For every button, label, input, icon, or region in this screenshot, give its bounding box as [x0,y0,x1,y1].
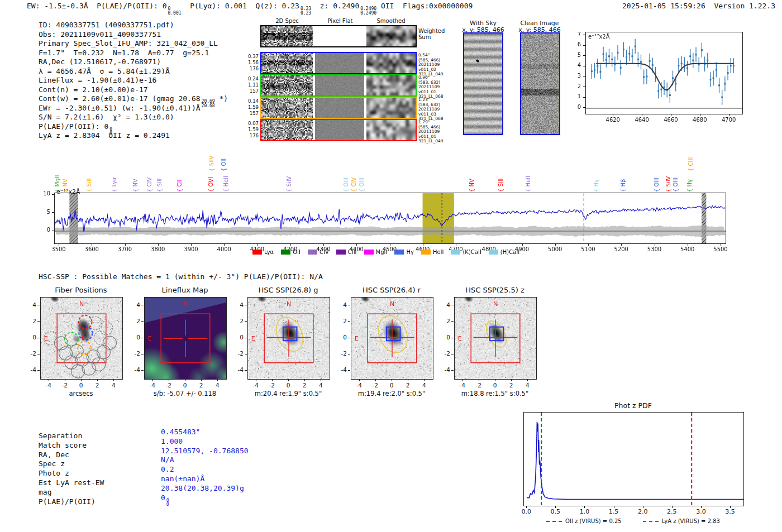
emission-line-label-SiII: { SiII [86,178,93,192]
cutout-x-tick-label: 0 [74,382,88,389]
x-tick [555,243,556,246]
cutout-y-tick-label: 0 [439,334,450,341]
cutout-y-tick [348,305,350,305]
x-tick-label: 4700 [718,117,740,123]
header-summary-line: EW: -1.5±-0.3Å P(LAE)/P(OII): 000.001 P(… [27,2,473,15]
info-line: Cont(w) = 2.60(±0.01)e-17 (gmag 20.6820.… [39,94,228,104]
cutout-y-tick [451,370,454,371]
x-tick [729,114,729,116]
cutout-y-tick [451,338,454,338]
cutout-y-tick-label: -4 [129,366,140,373]
x-tick-label: 0.0 [517,508,535,515]
emission-line-label-Lyα: { Lyα [111,177,118,192]
spec2d-image [261,98,313,118]
spec2d-row-left-labels: 0.071.59176 [236,121,259,139]
cutout-y-tick [37,354,40,354]
y-tick [583,35,585,35]
legend-swatch [394,250,404,255]
info-line: LyA z = 2.8304 OII z = 0.2491 [39,131,228,141]
x-tick [191,243,192,246]
x-tick [356,243,357,246]
text-segment: λ = 4656.47Å σ = 5.84(±1.29)Å [39,67,170,75]
x-tick [290,243,291,246]
cutout-y-tick [245,370,247,371]
spec2d-col-header-3: Smoothed [376,18,405,24]
cutout-image-lineflux [144,297,227,380]
info-line: F=1.7" T=0.232 N=1.78 A=0.77 g=25.1 [39,49,228,58]
cutout-y-tick [245,354,247,354]
legend-swatch [252,250,262,255]
cutout-y-tick [141,321,144,322]
text-segment: F=1.7" T=0.232 N=1.78 A=0.77 g=25.1 [39,49,209,57]
spec2d-row [260,25,417,47]
smoothed-image [366,53,416,73]
match-label: mag [39,488,51,496]
smoothed-image [366,98,416,118]
cutout-x-tick-label: -2 [265,382,279,389]
info-line: Primary Spec_Slot_IFU_AMP: 321_042_030_L… [39,39,228,49]
hsc-match-header: HSC-SSP : Possible Matches = 1 (within +… [39,272,323,281]
emission-line-label-OIII: { OIII [673,178,679,192]
photz-legend-item: OII z (VIRUS) = 0.25 [546,518,622,524]
x-tick [489,243,489,246]
fiber-id-label: Weighted [418,28,452,34]
x-tick [522,243,523,246]
cutout-y-tick [141,305,144,305]
spec2d-row-left-labels: 0.241.11157 [236,76,259,94]
full-spectrum-plot [54,193,726,244]
x-tick-label: 0.5 [546,508,564,515]
emission-line-label-CIV: { CIV [351,178,357,192]
smoothed-image [366,26,416,46]
x-tick [224,243,225,246]
text-segment: EWr = -2.30(±0.51) (w: -1.90(±0.41))Å [39,104,201,112]
cutout-y-tick [451,354,454,354]
y-tick [583,45,585,46]
cutout-y-tick-label: 0 [25,334,36,341]
cutout-y-tick-label: 2 [336,318,347,324]
cutout-x-tick-label: 2 [504,382,518,389]
legend-item: HeII [421,249,444,255]
cutout-xlabel-hsc_r: m:19.4 re:2.0" s:0.5" [358,390,425,397]
header-meta: 2025-01-05 15:59:26 Version 1.22.3 [622,2,775,10]
cutout-y-tick-label: -4 [232,366,244,373]
cutout-image-hsc_r [351,297,433,380]
elixer-report-page: EW: -1.5±-0.3Å P(LAE)/P(OII): 000.001 P(… [0,0,782,532]
cutout-y-tick-label: 0 [232,334,244,341]
x-tick [258,243,258,246]
cutout-y-tick [348,321,350,322]
photz-legend-dash [546,521,562,522]
detection-info-block: ID: 4090337751 (4090337751.pdf)Obs: 2021… [39,21,228,141]
x-tick [621,243,622,246]
x-tick-label: 3800 [146,246,170,252]
cutout-y-tick-label: 0 [129,334,140,341]
cutout-x-tick-label: 2 [90,382,104,389]
y-tick [583,66,585,66]
cutout-image-hsc_g [247,297,330,380]
x-tick [642,114,642,116]
legend-label: (H)CaII [500,249,519,255]
emission-line-label-OIII: { OIII [654,178,660,192]
smoothed-image [366,75,416,95]
match-label: Photo z [39,469,69,477]
cutout-y-tick-label: 2 [439,318,450,324]
text-segment: LyA z = 2.8304 OII z = 0.2491 [39,131,170,140]
legend-swatch [336,250,346,255]
legend-item: CIII [336,249,357,255]
header-meta-gap [705,2,714,10]
x-tick [158,243,159,246]
y-tick-label: 0 [569,104,581,110]
x-tick-label: 4620 [602,117,624,123]
legend-item: OII [281,249,301,255]
cutout-y-tick-label: 4 [129,301,140,308]
y-tick [583,107,585,108]
cutout-y-tick [451,321,454,322]
match-label: RA, Dec [39,450,69,459]
fiber-weight-label: 1.11 [236,82,259,88]
text-segment: P(LAE)/P(OII): 0 [39,122,108,131]
fiber-weight-label: 0.37 [236,54,259,60]
legend-label: Lyα [264,249,274,255]
line-fit-plot [585,32,743,114]
with-sky-image [463,32,503,135]
cutout-y-tick-label: 4 [336,301,347,308]
photz-legend: OII z (VIRUS) = 0.25LyA z (VIRUS) = 2.83 [523,518,743,524]
